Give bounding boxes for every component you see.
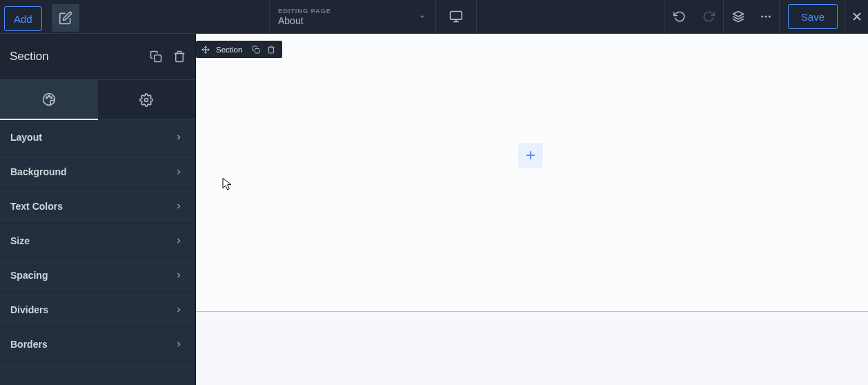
chevron-right-icon xyxy=(175,271,183,279)
section-delete-button[interactable] xyxy=(266,46,277,54)
chevron-right-icon xyxy=(175,133,183,141)
edit-button[interactable] xyxy=(52,4,79,32)
section-toolbar: Section xyxy=(196,41,282,58)
pencil-square-icon xyxy=(59,11,72,25)
svg-rect-0 xyxy=(451,12,462,20)
chevron-right-icon xyxy=(175,168,183,176)
svg-rect-19 xyxy=(255,48,260,53)
plus-icon xyxy=(524,149,537,161)
move-icon[interactable] xyxy=(201,46,210,54)
main: Section xyxy=(0,34,868,385)
page-selector-value: About xyxy=(278,15,426,26)
svg-point-4 xyxy=(761,16,763,18)
sidebar-item-text-colors[interactable]: Text Colors xyxy=(0,189,195,224)
sidebar-item-label: Spacing xyxy=(10,270,48,281)
sidebar-item-label: Borders xyxy=(10,339,48,350)
sidebar-item-label: Dividers xyxy=(10,304,48,315)
sidebar-list: Layout Background Text Colors Size xyxy=(0,120,195,362)
divider xyxy=(779,0,780,33)
more-button[interactable] xyxy=(753,0,779,33)
svg-point-5 xyxy=(765,16,767,18)
svg-point-11 xyxy=(46,97,47,98)
sidebar-item-size[interactable]: Size xyxy=(0,224,195,258)
page-selector-label: EDITING PAGE xyxy=(278,7,426,14)
style-icon xyxy=(42,92,56,106)
sidebar-header-icons xyxy=(150,50,186,63)
sidebar-title: Section xyxy=(10,50,150,63)
svg-point-12 xyxy=(48,95,50,97)
device-preview-button[interactable] xyxy=(436,0,477,33)
sidebar-item-label: Background xyxy=(10,166,67,177)
sidebar-item-borders[interactable]: Borders xyxy=(0,327,195,362)
undo-button[interactable] xyxy=(665,0,694,33)
section-area[interactable] xyxy=(196,34,868,312)
topbar-right: Save xyxy=(664,0,868,33)
chevron-right-icon xyxy=(175,340,183,348)
tab-settings[interactable] xyxy=(98,80,196,120)
save-button[interactable]: Save xyxy=(788,4,838,29)
add-element-button[interactable] xyxy=(518,143,543,168)
close-button[interactable] xyxy=(845,0,868,33)
gear-icon xyxy=(139,93,153,107)
topbar-left: Add xyxy=(0,0,79,33)
svg-point-14 xyxy=(145,98,148,101)
tab-style[interactable] xyxy=(0,80,98,120)
duplicate-button[interactable] xyxy=(150,50,162,63)
section-name: Section xyxy=(216,46,242,54)
sidebar-item-label: Text Colors xyxy=(10,201,63,212)
svg-rect-9 xyxy=(155,55,161,62)
sidebar-item-layout[interactable]: Layout xyxy=(0,120,195,155)
sidebar-header: Section xyxy=(0,34,195,80)
layers-button[interactable] xyxy=(724,0,753,33)
topbar-center: EDITING PAGE About xyxy=(269,0,477,33)
desktop-icon xyxy=(449,10,463,23)
section-duplicate-button[interactable] xyxy=(250,46,262,54)
chevron-right-icon xyxy=(175,202,183,210)
svg-point-6 xyxy=(769,16,771,18)
close-icon xyxy=(851,10,863,23)
chevron-right-icon xyxy=(175,237,183,245)
sidebar-item-dividers[interactable]: Dividers xyxy=(0,293,195,327)
more-horizontal-icon xyxy=(760,10,772,23)
sidebar-tabs xyxy=(0,80,195,120)
delete-button[interactable] xyxy=(173,50,186,63)
undo-icon xyxy=(673,10,686,23)
chevron-right-icon xyxy=(175,306,183,314)
cursor-icon xyxy=(221,177,233,191)
sidebar-item-label: Layout xyxy=(10,132,42,143)
topbar: Add EDITING PAGE About xyxy=(0,0,868,34)
redo-icon xyxy=(702,10,715,23)
sidebar-item-background[interactable]: Background xyxy=(0,155,195,189)
page-selector[interactable]: EDITING PAGE About xyxy=(269,0,436,33)
svg-marker-3 xyxy=(733,12,743,17)
redo-button[interactable] xyxy=(694,0,723,33)
sidebar-item-label: Size xyxy=(10,235,30,246)
sidebar-item-spacing[interactable]: Spacing xyxy=(0,258,195,293)
svg-point-13 xyxy=(50,97,52,98)
chevron-down-icon xyxy=(419,13,426,20)
layers-icon xyxy=(732,10,744,23)
sidebar: Section xyxy=(0,34,196,385)
canvas: Section xyxy=(196,34,868,385)
add-button[interactable]: Add xyxy=(4,6,42,31)
